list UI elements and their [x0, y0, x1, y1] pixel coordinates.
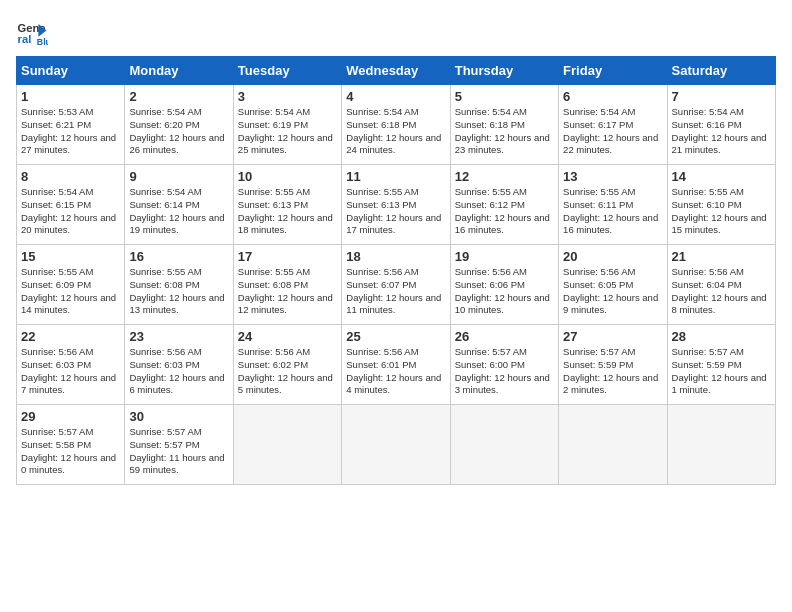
calendar-cell: 27Sunrise: 5:57 AMSunset: 5:59 PMDayligh… — [559, 325, 667, 405]
cell-text: Sunrise: 5:55 AMSunset: 6:10 PMDaylight:… — [672, 186, 767, 235]
day-number: 10 — [238, 169, 337, 184]
day-number: 25 — [346, 329, 445, 344]
calendar-cell — [342, 405, 450, 485]
cell-text: Sunrise: 5:55 AMSunset: 6:13 PMDaylight:… — [238, 186, 333, 235]
calendar-cell: 23Sunrise: 5:56 AMSunset: 6:03 PMDayligh… — [125, 325, 233, 405]
cell-text: Sunrise: 5:56 AMSunset: 6:05 PMDaylight:… — [563, 266, 658, 315]
day-number: 21 — [672, 249, 771, 264]
calendar-cell — [233, 405, 341, 485]
cell-text: Sunrise: 5:56 AMSunset: 6:07 PMDaylight:… — [346, 266, 441, 315]
calendar-cell: 25Sunrise: 5:56 AMSunset: 6:01 PMDayligh… — [342, 325, 450, 405]
cell-text: Sunrise: 5:54 AMSunset: 6:19 PMDaylight:… — [238, 106, 333, 155]
cell-text: Sunrise: 5:56 AMSunset: 6:04 PMDaylight:… — [672, 266, 767, 315]
day-number: 11 — [346, 169, 445, 184]
calendar-cell: 18Sunrise: 5:56 AMSunset: 6:07 PMDayligh… — [342, 245, 450, 325]
day-number: 15 — [21, 249, 120, 264]
day-number: 8 — [21, 169, 120, 184]
logo: Gene ral Blue — [16, 16, 52, 48]
cell-text: Sunrise: 5:56 AMSunset: 6:06 PMDaylight:… — [455, 266, 550, 315]
calendar-cell: 1Sunrise: 5:53 AMSunset: 6:21 PMDaylight… — [17, 85, 125, 165]
cell-text: Sunrise: 5:53 AMSunset: 6:21 PMDaylight:… — [21, 106, 116, 155]
cell-text: Sunrise: 5:55 AMSunset: 6:08 PMDaylight:… — [129, 266, 224, 315]
cell-text: Sunrise: 5:55 AMSunset: 6:12 PMDaylight:… — [455, 186, 550, 235]
day-number: 13 — [563, 169, 662, 184]
svg-text:ral: ral — [18, 33, 32, 45]
day-number: 12 — [455, 169, 554, 184]
day-number: 28 — [672, 329, 771, 344]
cell-text: Sunrise: 5:56 AMSunset: 6:01 PMDaylight:… — [346, 346, 441, 395]
calendar-cell: 9Sunrise: 5:54 AMSunset: 6:14 PMDaylight… — [125, 165, 233, 245]
cell-text: Sunrise: 5:55 AMSunset: 6:13 PMDaylight:… — [346, 186, 441, 235]
day-number: 18 — [346, 249, 445, 264]
day-number: 17 — [238, 249, 337, 264]
cell-text: Sunrise: 5:57 AMSunset: 5:59 PMDaylight:… — [672, 346, 767, 395]
calendar-cell: 11Sunrise: 5:55 AMSunset: 6:13 PMDayligh… — [342, 165, 450, 245]
cell-text: Sunrise: 5:54 AMSunset: 6:17 PMDaylight:… — [563, 106, 658, 155]
day-number: 1 — [21, 89, 120, 104]
day-number: 5 — [455, 89, 554, 104]
calendar-cell: 17Sunrise: 5:55 AMSunset: 6:08 PMDayligh… — [233, 245, 341, 325]
calendar-cell: 30Sunrise: 5:57 AMSunset: 5:57 PMDayligh… — [125, 405, 233, 485]
col-header-sunday: Sunday — [17, 57, 125, 85]
cell-text: Sunrise: 5:57 AMSunset: 5:58 PMDaylight:… — [21, 426, 116, 475]
col-header-monday: Monday — [125, 57, 233, 85]
day-number: 16 — [129, 249, 228, 264]
calendar-cell: 22Sunrise: 5:56 AMSunset: 6:03 PMDayligh… — [17, 325, 125, 405]
calendar-cell: 5Sunrise: 5:54 AMSunset: 6:18 PMDaylight… — [450, 85, 558, 165]
calendar-cell: 2Sunrise: 5:54 AMSunset: 6:20 PMDaylight… — [125, 85, 233, 165]
calendar-cell: 7Sunrise: 5:54 AMSunset: 6:16 PMDaylight… — [667, 85, 775, 165]
cell-text: Sunrise: 5:57 AMSunset: 5:59 PMDaylight:… — [563, 346, 658, 395]
svg-text:Blue: Blue — [37, 37, 48, 47]
col-header-wednesday: Wednesday — [342, 57, 450, 85]
cell-text: Sunrise: 5:54 AMSunset: 6:16 PMDaylight:… — [672, 106, 767, 155]
cell-text: Sunrise: 5:56 AMSunset: 6:03 PMDaylight:… — [129, 346, 224, 395]
cell-text: Sunrise: 5:56 AMSunset: 6:02 PMDaylight:… — [238, 346, 333, 395]
day-number: 7 — [672, 89, 771, 104]
day-number: 4 — [346, 89, 445, 104]
calendar-table: SundayMondayTuesdayWednesdayThursdayFrid… — [16, 56, 776, 485]
cell-text: Sunrise: 5:55 AMSunset: 6:08 PMDaylight:… — [238, 266, 333, 315]
day-number: 27 — [563, 329, 662, 344]
header: Gene ral Blue — [16, 16, 776, 48]
calendar-cell: 4Sunrise: 5:54 AMSunset: 6:18 PMDaylight… — [342, 85, 450, 165]
calendar-cell: 12Sunrise: 5:55 AMSunset: 6:12 PMDayligh… — [450, 165, 558, 245]
calendar-cell: 8Sunrise: 5:54 AMSunset: 6:15 PMDaylight… — [17, 165, 125, 245]
day-number: 30 — [129, 409, 228, 424]
cell-text: Sunrise: 5:54 AMSunset: 6:18 PMDaylight:… — [346, 106, 441, 155]
calendar-cell: 10Sunrise: 5:55 AMSunset: 6:13 PMDayligh… — [233, 165, 341, 245]
calendar-cell: 16Sunrise: 5:55 AMSunset: 6:08 PMDayligh… — [125, 245, 233, 325]
day-number: 9 — [129, 169, 228, 184]
calendar-cell: 19Sunrise: 5:56 AMSunset: 6:06 PMDayligh… — [450, 245, 558, 325]
calendar-cell: 3Sunrise: 5:54 AMSunset: 6:19 PMDaylight… — [233, 85, 341, 165]
calendar-cell — [559, 405, 667, 485]
cell-text: Sunrise: 5:54 AMSunset: 6:14 PMDaylight:… — [129, 186, 224, 235]
cell-text: Sunrise: 5:54 AMSunset: 6:20 PMDaylight:… — [129, 106, 224, 155]
cell-text: Sunrise: 5:54 AMSunset: 6:18 PMDaylight:… — [455, 106, 550, 155]
calendar-cell — [450, 405, 558, 485]
day-number: 22 — [21, 329, 120, 344]
calendar-cell: 21Sunrise: 5:56 AMSunset: 6:04 PMDayligh… — [667, 245, 775, 325]
calendar-cell: 13Sunrise: 5:55 AMSunset: 6:11 PMDayligh… — [559, 165, 667, 245]
day-number: 6 — [563, 89, 662, 104]
col-header-friday: Friday — [559, 57, 667, 85]
calendar-cell: 14Sunrise: 5:55 AMSunset: 6:10 PMDayligh… — [667, 165, 775, 245]
day-number: 29 — [21, 409, 120, 424]
calendar-cell: 15Sunrise: 5:55 AMSunset: 6:09 PMDayligh… — [17, 245, 125, 325]
day-number: 23 — [129, 329, 228, 344]
calendar-cell: 28Sunrise: 5:57 AMSunset: 5:59 PMDayligh… — [667, 325, 775, 405]
cell-text: Sunrise: 5:57 AMSunset: 6:00 PMDaylight:… — [455, 346, 550, 395]
day-number: 2 — [129, 89, 228, 104]
day-number: 24 — [238, 329, 337, 344]
calendar-cell: 24Sunrise: 5:56 AMSunset: 6:02 PMDayligh… — [233, 325, 341, 405]
calendar-cell: 20Sunrise: 5:56 AMSunset: 6:05 PMDayligh… — [559, 245, 667, 325]
day-number: 3 — [238, 89, 337, 104]
cell-text: Sunrise: 5:55 AMSunset: 6:09 PMDaylight:… — [21, 266, 116, 315]
cell-text: Sunrise: 5:57 AMSunset: 5:57 PMDaylight:… — [129, 426, 224, 475]
calendar-cell — [667, 405, 775, 485]
day-number: 14 — [672, 169, 771, 184]
col-header-tuesday: Tuesday — [233, 57, 341, 85]
col-header-thursday: Thursday — [450, 57, 558, 85]
cell-text: Sunrise: 5:56 AMSunset: 6:03 PMDaylight:… — [21, 346, 116, 395]
day-number: 26 — [455, 329, 554, 344]
day-number: 20 — [563, 249, 662, 264]
